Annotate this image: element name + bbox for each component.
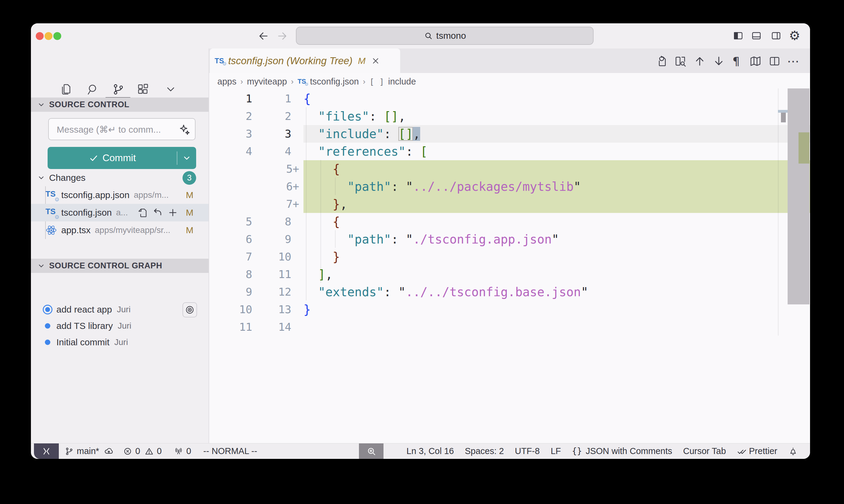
command-center-search[interactable]: tsmono xyxy=(296,26,593,45)
source-control-view-icon[interactable] xyxy=(111,83,125,96)
toggle-panel-left-icon[interactable] xyxy=(733,30,744,41)
code-text: "path": "./tsconfig.app.json" xyxy=(304,231,810,248)
old-line-number: 7 xyxy=(209,248,254,266)
commit-dropdown-button[interactable] xyxy=(177,154,196,163)
settings-gear-icon[interactable]: ⚙ xyxy=(789,30,800,41)
code-line[interactable]: 33 "include": [], xyxy=(209,125,810,143)
traffic-close-button[interactable] xyxy=(36,32,44,40)
explorer-icon[interactable] xyxy=(60,83,73,96)
scrollbar-slider[interactable] xyxy=(788,88,809,304)
graph-row-head-commit[interactable]: add react app Juri xyxy=(31,301,209,318)
vim-mode-indicator[interactable]: -- NORMAL -- xyxy=(203,446,257,456)
chevron-down-icon[interactable] xyxy=(37,174,45,182)
chevron-down-icon[interactable] xyxy=(37,262,45,270)
old-line-number: 3 xyxy=(209,125,254,143)
cursor-position-indicator[interactable]: Ln 3, Col 16 xyxy=(407,446,454,456)
problems-indicator[interactable]: 0 xyxy=(123,446,140,456)
code-line[interactable]: 710 } xyxy=(209,248,810,266)
overview-cursor-marker xyxy=(778,110,788,113)
code-line[interactable]: 1013} xyxy=(209,301,810,318)
extensions-view-icon[interactable] xyxy=(136,83,150,96)
commit-message-input[interactable] xyxy=(56,119,172,140)
next-change-icon[interactable] xyxy=(712,55,725,68)
minimap-icon[interactable] xyxy=(749,55,762,68)
change-row-tsconfig-app-json[interactable]: TS⚙ tsconfig.app.json apps/m... M xyxy=(31,186,209,204)
remote-indicator[interactable] xyxy=(34,444,59,459)
code-line[interactable]: 22 "files": [], xyxy=(209,108,810,125)
breadcrumb-item-include[interactable]: include xyxy=(388,77,416,87)
encoding-indicator[interactable]: UTF-8 xyxy=(515,446,540,456)
sidebar: SOURCE CONTROL Commit xyxy=(31,49,209,444)
code-line[interactable]: 6+ "path": "../../packages/mytslib" xyxy=(209,178,810,195)
toggle-panel-bottom-icon[interactable] xyxy=(751,30,762,41)
sync-cloud-icon[interactable] xyxy=(104,447,114,456)
search-view-icon[interactable] xyxy=(86,83,99,96)
history-back-button[interactable] xyxy=(258,31,269,41)
open-changes-icon[interactable] xyxy=(655,55,669,68)
goto-history-item-button[interactable] xyxy=(183,302,197,318)
old-line-number xyxy=(209,160,254,178)
discard-changes-icon[interactable] xyxy=(152,207,163,218)
tab-tsconfig-json-working-tree[interactable]: TS⚙ tsconfig.json (Working Tree) M xyxy=(210,49,400,73)
cursor-tab-indicator[interactable]: Cursor Tab xyxy=(683,446,726,456)
traffic-minimize-button[interactable] xyxy=(45,32,52,40)
new-line-number: 12 xyxy=(254,283,304,301)
old-line-number xyxy=(209,195,254,213)
zoom-indicator-button[interactable] xyxy=(359,444,383,459)
modified-badge: M xyxy=(186,190,193,200)
split-editor-icon[interactable] xyxy=(768,55,781,68)
stage-plus-icon[interactable] xyxy=(167,207,178,218)
notifications-bell-icon[interactable] xyxy=(788,447,798,456)
check-icon xyxy=(88,153,99,163)
graph-row-commit[interactable]: add TS library Juri xyxy=(31,318,209,334)
changes-list: TS⚙ tsconfig.app.json apps/m... M TS⚙ ts… xyxy=(31,186,209,239)
breadcrumb-item-myviteapp[interactable]: myviteapp xyxy=(247,77,287,87)
inline-view-icon[interactable] xyxy=(674,55,687,68)
commit-button-label: Commit xyxy=(102,152,136,164)
old-line-number: 4 xyxy=(209,143,254,160)
code-line[interactable]: 811 ], xyxy=(209,266,810,283)
formatter-label: Prettier xyxy=(749,446,777,456)
previous-change-icon[interactable] xyxy=(693,55,706,68)
warnings-indicator[interactable]: 0 xyxy=(144,446,161,456)
close-icon[interactable] xyxy=(371,56,380,66)
code-line[interactable]: 5+ { xyxy=(209,160,810,178)
ports-indicator[interactable]: 0 xyxy=(174,446,191,456)
code-line[interactable]: 44 "references": [ xyxy=(209,143,810,160)
chevron-down-icon[interactable] xyxy=(37,101,45,109)
source-control-section-header[interactable]: SOURCE CONTROL xyxy=(31,97,209,112)
changes-header[interactable]: Changes 3 xyxy=(31,170,209,185)
views-chevron-icon[interactable] xyxy=(164,83,177,96)
history-forward-button[interactable] xyxy=(277,31,288,41)
commit-button[interactable]: Commit xyxy=(48,152,177,164)
graph-row-commit[interactable]: Initial commit Juri xyxy=(31,334,209,350)
branch-indicator[interactable]: main* xyxy=(64,446,99,456)
code-line[interactable]: 58 { xyxy=(209,213,810,231)
code-text: "extends": "../../tsconfig.base.json" xyxy=(304,283,810,301)
change-row-app-tsx[interactable]: app.tsx apps/myviteapp/sr... M xyxy=(31,221,209,239)
typescript-file-icon: TS⚙ xyxy=(46,189,57,201)
code-line[interactable]: 1114 xyxy=(209,318,810,336)
code-line[interactable]: 912 "extends": "../../tsconfig.base.json… xyxy=(209,283,810,301)
warning-icon xyxy=(144,447,154,456)
code-line[interactable]: 69 "path": "./tsconfig.app.json" xyxy=(209,231,810,248)
breadcrumb-item-apps[interactable]: apps xyxy=(217,77,237,87)
eol-indicator[interactable]: LF xyxy=(551,446,561,456)
language-indicator[interactable]: {} JSON with Comments xyxy=(572,446,672,456)
traffic-zoom-button[interactable] xyxy=(53,32,61,40)
breadcrumb-item-tsconfig-json[interactable]: tsconfig.json xyxy=(310,77,359,87)
more-actions-icon[interactable]: ⋯ xyxy=(787,55,800,68)
source-control-graph-header[interactable]: SOURCE CONTROL GRAPH xyxy=(31,259,209,273)
pilcrow-whitespace-icon[interactable]: ¶ xyxy=(729,55,743,68)
code-line[interactable]: 11{ xyxy=(209,90,810,108)
file-name: tsconfig.app.json xyxy=(61,190,130,200)
change-row-tsconfig-json[interactable]: TS⚙ tsconfig.json a... M xyxy=(31,204,209,221)
indentation-indicator[interactable]: Spaces: 2 xyxy=(465,446,504,456)
sparkle-ai-icon[interactable] xyxy=(178,124,191,136)
row-actions xyxy=(137,207,178,218)
open-file-icon[interactable] xyxy=(137,207,148,218)
formatter-indicator[interactable]: Prettier xyxy=(737,446,777,456)
status-bar: main* 0 0 xyxy=(31,443,810,459)
toggle-panel-right-icon[interactable] xyxy=(770,30,782,41)
code-line[interactable]: 7+ }, xyxy=(209,195,810,213)
